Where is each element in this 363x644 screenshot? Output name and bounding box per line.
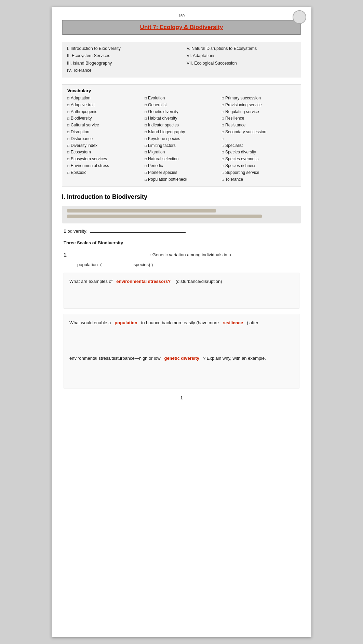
toc-section: I. Introduction to Biodiversity II. Ecos… xyxy=(62,42,301,78)
toc-item-4: IV. Tolerance xyxy=(67,67,176,74)
vocab-item: Primary succession xyxy=(222,95,296,102)
section1-heading: I. Introduction to Biodiversity xyxy=(62,193,301,201)
vocab-item: Resistance xyxy=(222,122,296,129)
toc-item-7: VII. Ecological Succession xyxy=(187,60,296,67)
stress-suffix: ? Explain why, with an example. xyxy=(203,356,266,361)
three-scales-label: Three Scales of Biodiversity xyxy=(64,239,299,247)
question-block-2: What would enable a population to bounce… xyxy=(64,314,299,388)
vocab-item: Population bottleneck xyxy=(145,176,218,183)
vocab-item: Resilience xyxy=(222,115,296,122)
vocab-item: Evolution xyxy=(145,95,218,102)
vocab-item: Provisioning service xyxy=(222,102,296,109)
scale-number: 1. xyxy=(64,251,69,259)
vocab-item: Biodiversity xyxy=(67,115,141,122)
vocab-item: Ecosystem services xyxy=(67,156,141,163)
vocabulary-section: Vocabulary Adaptation Adaptive trait Ant… xyxy=(62,84,301,187)
resilience-line: What would enable a population to bounce… xyxy=(69,319,294,327)
scale-1-paren-close: ) xyxy=(151,262,153,267)
stress-term: genetic diversity xyxy=(164,356,199,361)
biodiversity-line: Biodiversity: xyxy=(64,228,299,235)
vocab-item: Supporting service xyxy=(222,169,296,176)
answer-area-1 xyxy=(69,290,294,303)
scale-1-suffix: : Genetic variation among individuals in… xyxy=(150,252,231,257)
vocab-item: Migration xyxy=(145,149,218,156)
vocab-item: Disruption xyxy=(67,129,141,136)
vocab-item: Environmental stress xyxy=(67,163,141,169)
vocab-item: Specialist xyxy=(222,142,296,149)
vocab-item: Regulating service xyxy=(222,109,296,115)
scale-1-blank[interactable] xyxy=(72,256,148,256)
vocab-item: Indicator species xyxy=(145,122,218,129)
profile-circle xyxy=(293,10,306,24)
vocab-item: Adaptation xyxy=(67,95,141,102)
scale-1-sub-blank[interactable] xyxy=(104,266,131,266)
stress-line: environmental stress/disturbance—high or… xyxy=(69,355,294,362)
stress-label: environmental stress/disturbance—high or… xyxy=(69,356,161,361)
scale-1-sub: population ( species) ) xyxy=(64,261,299,269)
vocab-item: Anthropogenic xyxy=(67,109,141,115)
vocab-item xyxy=(222,136,296,142)
resilience-mid: to bounce back more easily (have more xyxy=(141,320,219,325)
toc-right: V. Natural Disruptions to Ecosystems VI.… xyxy=(187,45,296,74)
vocab-item: Generalist xyxy=(145,102,218,109)
blurred-line-1 xyxy=(67,209,216,213)
answer-area-2 xyxy=(69,331,294,351)
vocab-col-2: Evolution Generalist Genetic diversity H… xyxy=(145,88,218,183)
scale-1-population: population xyxy=(77,262,98,267)
scale-1-content: : Genetic variation among individuals in… xyxy=(71,251,231,259)
vocab-col-3: Primary succession Provisioning service … xyxy=(222,88,296,183)
question-block-1: What are examples of environmental stres… xyxy=(64,273,299,308)
vocab-item: Species richness xyxy=(222,163,296,169)
biodiversity-blank[interactable] xyxy=(90,232,186,233)
examples-line: What are examples of environmental stres… xyxy=(69,278,294,285)
page-indicator: 150 xyxy=(62,14,301,18)
vocab-item: Genetic diversity xyxy=(145,109,218,115)
toc-left: I. Introduction to Biodiversity II. Ecos… xyxy=(67,45,176,74)
scale-1-item: 1. : Genetic variation among individuals… xyxy=(64,251,299,269)
vocab-item: Adaptive trait xyxy=(67,102,141,109)
scale-1-species: species) xyxy=(134,262,150,267)
vocab-item: Species evenness xyxy=(222,156,296,163)
toc-item-2: II. Ecosystem Services xyxy=(67,52,176,59)
vocab-item: Natural selection xyxy=(145,156,218,163)
biodiversity-label: Biodiversity: xyxy=(64,229,88,234)
page-number: 1 xyxy=(64,395,299,400)
vocab-item: Cultural service xyxy=(67,122,141,129)
resilience-label: What would enable a xyxy=(69,320,111,325)
resilience-suffix: ) after xyxy=(247,320,258,325)
vocab-item: Habitat diversity xyxy=(145,115,218,122)
examples-term: environmental stressors? xyxy=(116,279,171,284)
examples-label: What are examples of xyxy=(69,279,112,284)
examples-suffix: (disturbance/disruption) xyxy=(176,279,222,284)
vocab-item: Keystone species xyxy=(145,136,218,142)
vocab-item: Ecosystem xyxy=(67,149,141,156)
vocab-header: Vocabulary xyxy=(67,88,141,93)
scale-1-paren-open: ( xyxy=(99,262,102,267)
vocab-item: Pioneer species xyxy=(145,169,218,176)
answer-area-3 xyxy=(69,366,294,383)
toc-item-3: III. Island Biogeography xyxy=(67,60,176,67)
resilience-term1: population xyxy=(115,320,137,325)
toc-item-6: VI. Adaptations xyxy=(187,52,296,59)
vocab-item: Tolerance xyxy=(222,176,296,183)
toc-item-5: V. Natural Disruptions to Ecosystems xyxy=(187,45,296,52)
vocab-item: Episodic xyxy=(67,169,141,176)
vocab-item: Island biogeography xyxy=(145,129,218,136)
vocab-header-spacer xyxy=(145,88,218,93)
vocab-item: Secondary succession xyxy=(222,129,296,136)
vocab-item: Diversity index xyxy=(67,142,141,149)
vocab-item: Disturbance xyxy=(67,136,141,142)
vocab-header-spacer2 xyxy=(222,88,296,93)
blurred-line-2 xyxy=(67,215,262,218)
vocab-item: Limiting factors xyxy=(145,142,218,149)
toc-item-1: I. Introduction to Biodiversity xyxy=(67,45,176,52)
title-bar: Unit 7: Ecology & Biodiversity xyxy=(62,20,301,35)
vocab-item: Periodic xyxy=(145,163,218,169)
unit-title: Unit 7: Ecology & Biodiversity xyxy=(69,24,294,31)
vocab-col-1: Vocabulary Adaptation Adaptive trait Ant… xyxy=(67,88,141,183)
blurred-block xyxy=(62,206,301,223)
vocab-item: Species diversity xyxy=(222,149,296,156)
resilience-term2: resilience xyxy=(223,320,243,325)
